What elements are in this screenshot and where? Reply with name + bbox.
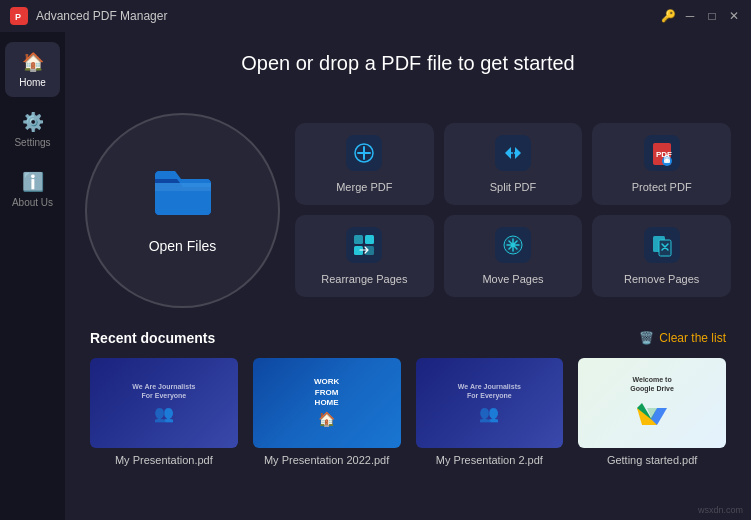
open-files-label: Open Files [149,238,217,254]
clear-list-button[interactable]: 🗑️ Clear the list [639,331,726,345]
merge-pdf-label: Merge PDF [336,181,392,193]
sidebar-item-home[interactable]: 🏠 Home [5,42,60,97]
protect-icon: PDF [644,135,680,175]
sidebar: 🏠 Home ⚙️ Settings ℹ️ About Us [0,32,65,520]
doc-card-2[interactable]: WORKFROMHOME 🏠 My Presentation 2022.pdf [253,358,401,466]
svg-rect-12 [664,159,670,163]
google-drive-icon [637,403,667,435]
recent-docs-list: We Are JournalistsFor Everyone 👥 My Pres… [90,358,726,466]
rearrange-pages-label: Rearrange Pages [321,273,407,285]
sidebar-item-settings[interactable]: ⚙️ Settings [5,102,60,157]
window-controls: 🔑 ─ □ ✕ [661,9,741,23]
maximize-button[interactable]: □ [705,9,719,23]
feature-grid: Merge PDF Split PDF [295,123,731,297]
recent-title: Recent documents [90,330,215,346]
remove-icon [644,227,680,267]
clear-list-label: Clear the list [659,331,726,345]
settings-icon: ⚙️ [22,111,44,133]
clear-list-icon: 🗑️ [639,331,654,345]
open-files-container: Open Files [85,113,280,308]
doc-name-3: My Presentation 2.pdf [416,454,564,466]
open-files-button[interactable]: Open Files [85,113,280,308]
svg-text:P: P [15,12,21,22]
folder-icon [151,167,215,230]
hero-section: Open or drop a PDF file to get started [65,32,751,100]
rearrange-icon [346,227,382,267]
title-bar: P Advanced PDF Manager 🔑 ─ □ ✕ [0,0,751,32]
feature-move-pages[interactable]: Move Pages [444,215,583,297]
protect-pdf-label: Protect PDF [632,181,692,193]
feature-protect-pdf[interactable]: PDF Protect PDF [592,123,731,205]
sidebar-item-home-label: Home [19,77,46,88]
move-pages-label: Move Pages [482,273,543,285]
merge-icon [346,135,382,175]
minimize-button[interactable]: ─ [683,9,697,23]
recent-section: Recent documents 🗑️ Clear the list We Ar… [65,320,751,520]
sidebar-item-about-label: About Us [12,197,53,208]
doc-thumbnail-1: We Are JournalistsFor Everyone 👥 [90,358,238,448]
move-icon [495,227,531,267]
feature-area: Open Files Merge PDF [65,100,751,320]
doc-card-4[interactable]: Welcome toGoogle Drive Getting st [578,358,726,466]
split-icon [495,135,531,175]
info-icon: ℹ️ [22,171,44,193]
hero-title: Open or drop a PDF file to get started [95,52,721,75]
doc-card-1[interactable]: We Are JournalistsFor Everyone 👥 My Pres… [90,358,238,466]
doc-card-3[interactable]: We Are JournalistsFor Everyone 👥 My Pres… [416,358,564,466]
remove-pages-label: Remove Pages [624,273,699,285]
feature-rearrange-pages[interactable]: Rearrange Pages [295,215,434,297]
app-icon: P [10,7,28,25]
split-pdf-label: Split PDF [490,181,536,193]
doc-thumbnail-3: We Are JournalistsFor Everyone 👥 [416,358,564,448]
feature-split-pdf[interactable]: Split PDF [444,123,583,205]
doc-name-4: Getting started.pdf [578,454,726,466]
recent-header: Recent documents 🗑️ Clear the list [90,330,726,346]
key-icon[interactable]: 🔑 [661,9,675,23]
feature-remove-pages[interactable]: Remove Pages [592,215,731,297]
home-icon: 🏠 [22,51,44,73]
doc-thumbnail-4: Welcome toGoogle Drive [578,358,726,448]
doc-name-1: My Presentation.pdf [90,454,238,466]
feature-merge-pdf[interactable]: Merge PDF [295,123,434,205]
svg-rect-13 [346,227,382,263]
svg-rect-14 [354,235,363,244]
close-button[interactable]: ✕ [727,9,741,23]
app-title: Advanced PDF Manager [36,9,661,23]
svg-rect-15 [365,235,374,244]
sidebar-item-settings-label: Settings [14,137,50,148]
doc-name-2: My Presentation 2022.pdf [253,454,401,466]
sidebar-item-about[interactable]: ℹ️ About Us [5,162,60,217]
doc-thumbnail-2: WORKFROMHOME 🏠 [253,358,401,448]
watermark: wsxdn.com [698,505,743,515]
main-content: Open or drop a PDF file to get started O… [65,32,751,520]
